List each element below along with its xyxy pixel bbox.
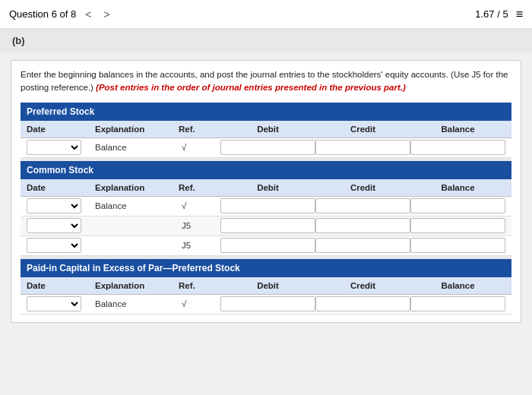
debit-input[interactable]	[220, 140, 315, 155]
credit-input[interactable]	[315, 198, 410, 213]
table-row: J5	[21, 236, 511, 256]
balance-input[interactable]	[410, 218, 505, 233]
credit-cell[interactable]	[315, 198, 410, 213]
header-right: 1.67 / 5 ≡	[475, 8, 523, 21]
date-cell[interactable]	[27, 218, 95, 233]
question-label: Question 6 of 8	[9, 8, 76, 20]
balance-input[interactable]	[410, 296, 505, 311]
date-select[interactable]	[27, 140, 81, 155]
balance-input[interactable]	[410, 238, 505, 253]
credit-cell[interactable]	[315, 140, 410, 155]
explanation-cell: Balance	[95, 299, 179, 308]
credit-cell[interactable]	[315, 238, 410, 253]
date-cell[interactable]	[27, 140, 95, 155]
credit-cell[interactable]	[315, 218, 410, 233]
preferred-stock-col-header: Date Explanation Ref. Debit Credit Balan…	[21, 121, 511, 138]
paid-in-capital-section: Paid-in Capital in Excess of Par—Preferr…	[21, 259, 511, 314]
sub-header-label: (b)	[12, 35, 25, 46]
ref-cell: J5	[179, 221, 220, 230]
table-row: Balance √	[21, 295, 511, 314]
table-row: Balance √	[21, 138, 511, 158]
balance-cell[interactable]	[410, 238, 505, 253]
debit-cell[interactable]	[220, 238, 315, 253]
menu-icon[interactable]: ≡	[516, 8, 523, 21]
common-stock-header: Common Stock	[21, 161, 511, 179]
balance-cell[interactable]	[410, 198, 505, 213]
ref-cell: √	[179, 143, 220, 152]
instructions-text2: (Post entries in the order of journal en…	[96, 83, 406, 92]
credit-input[interactable]	[315, 238, 410, 253]
balance-input[interactable]	[410, 140, 505, 155]
paid-in-capital-header: Paid-in Capital in Excess of Par—Preferr…	[21, 259, 511, 277]
header-left: Question 6 of 8 < >	[9, 8, 113, 21]
paid-in-capital-col-header: Date Explanation Ref. Debit Credit Balan…	[21, 277, 511, 295]
credit-input[interactable]	[315, 296, 410, 311]
credit-input[interactable]	[315, 140, 410, 155]
balance-cell[interactable]	[410, 218, 505, 233]
score-display: 1.67 / 5	[475, 8, 508, 20]
debit-input[interactable]	[220, 218, 315, 233]
debit-input[interactable]	[220, 198, 315, 213]
table-row: Balance √	[21, 197, 511, 216]
balance-cell[interactable]	[410, 296, 505, 311]
debit-cell[interactable]	[220, 296, 315, 311]
table-row: J5	[21, 216, 511, 236]
ref-cell: √	[179, 299, 220, 308]
date-select[interactable]	[27, 198, 81, 213]
preferred-stock-section: Preferred Stock Date Explanation Ref. De…	[21, 103, 511, 158]
explanation-cell: Balance	[95, 143, 179, 152]
prev-button[interactable]: <	[82, 8, 94, 21]
common-stock-section: Common Stock Date Explanation Ref. Debit…	[21, 161, 511, 256]
date-cell[interactable]	[27, 238, 95, 253]
date-select[interactable]	[27, 218, 81, 233]
next-button[interactable]: >	[100, 8, 112, 21]
debit-cell[interactable]	[220, 140, 315, 155]
sub-header: (b)	[0, 29, 532, 52]
ref-cell: √	[179, 201, 220, 210]
debit-cell[interactable]	[220, 218, 315, 233]
explanation-cell: Balance	[95, 201, 179, 210]
header: Question 6 of 8 < > 1.67 / 5 ≡	[0, 0, 532, 29]
preferred-stock-header: Preferred Stock	[21, 103, 511, 121]
credit-cell[interactable]	[315, 296, 410, 311]
common-stock-col-header: Date Explanation Ref. Debit Credit Balan…	[21, 179, 511, 197]
ref-cell: J5	[179, 241, 220, 250]
credit-input[interactable]	[315, 218, 410, 233]
balance-cell[interactable]	[410, 140, 505, 155]
main-content: Enter the beginning balances in the acco…	[11, 60, 521, 323]
debit-cell[interactable]	[220, 198, 315, 213]
date-cell[interactable]	[27, 198, 95, 213]
date-cell[interactable]	[27, 296, 95, 311]
instructions: Enter the beginning balances in the acco…	[21, 68, 511, 95]
date-select[interactable]	[27, 238, 81, 253]
balance-input[interactable]	[410, 198, 505, 213]
date-select[interactable]	[27, 296, 81, 311]
debit-input[interactable]	[220, 238, 315, 253]
debit-input[interactable]	[220, 296, 315, 311]
